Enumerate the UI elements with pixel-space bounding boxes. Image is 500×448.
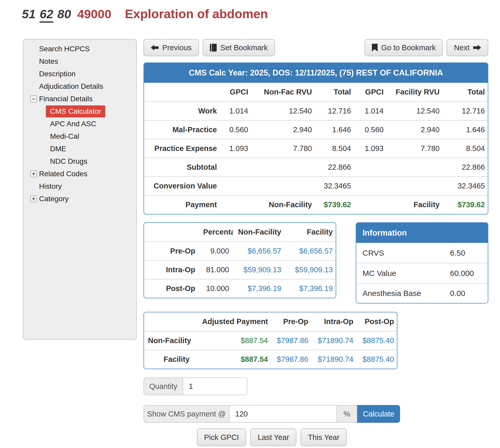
sidebar: Search HCPCS Notes Description Adjudicat… (23, 39, 137, 340)
sidebar-item-notes[interactable]: Notes (23, 55, 136, 68)
sidebar-item-dme[interactable]: DME (23, 143, 136, 155)
sidebar-item-label: APC And ASC (50, 120, 96, 128)
row-label: Conversion Value (144, 176, 221, 195)
sidebar-item-related-codes[interactable]: + Related Codes (23, 168, 136, 180)
previous-button[interactable]: Previous (143, 39, 199, 56)
row-label: Pre-Op (144, 242, 199, 260)
sidebar-item-history[interactable]: History (23, 180, 136, 193)
column-header: Total (316, 83, 355, 102)
info-label: CRVS (356, 249, 450, 257)
intra-op-non-facility-amount[interactable]: $59,909.13 (233, 260, 285, 279)
expand-icon[interactable]: + (30, 195, 37, 202)
sidebar-item-label: DME (50, 145, 66, 153)
set-bookmark-button[interactable]: Set Bookmark (203, 39, 275, 56)
arrow-left-icon (151, 45, 159, 51)
facility-pre-op-amount[interactable]: $7987.86 (272, 350, 312, 369)
sidebar-item-adjudication-details[interactable]: Adjudication Details (23, 80, 136, 93)
cell: 1.646 (443, 120, 488, 139)
table-row-subtotal: Subtotal 22.866 22.866 (144, 158, 488, 176)
facility-payment: $739.62 (443, 195, 488, 214)
sidebar-item-medi-cal[interactable]: Medi-Cal (23, 130, 136, 143)
cell (388, 176, 443, 195)
cell: 8.504 (443, 139, 488, 158)
column-header: Percentage (199, 223, 233, 242)
expand-icon[interactable]: + (30, 171, 37, 177)
sidebar-item-ndc-drugs[interactable]: NDC Drugs (23, 155, 136, 168)
sidebar-item-cms-calculator[interactable]: CMS Calculator (23, 105, 136, 118)
non-facility-post-op-amount[interactable]: $8875.40 (357, 331, 397, 350)
column-header: Intra-Op (312, 312, 357, 331)
non-facility-intra-op-amount[interactable]: $71890.74 (312, 331, 357, 350)
facility-post-op-amount[interactable]: $8875.40 (357, 350, 397, 369)
percent-label: % (337, 405, 357, 423)
modifier-62: 62 (40, 7, 53, 23)
this-year-button[interactable]: This Year (301, 428, 347, 446)
cell: 22.866 (443, 158, 488, 176)
cell: 12.716 (316, 102, 355, 120)
sidebar-item-label: Description (39, 70, 76, 78)
sidebar-item-description[interactable]: Description (23, 68, 136, 80)
adjusted-payment-panel: Adjusted Payment Pre-Op Intra-Op Post-Op… (143, 312, 397, 369)
page-header: 51 62 80 49000 Exploration of abdomen (22, 7, 268, 23)
sidebar-item-category[interactable]: + Category (23, 193, 136, 205)
cell: 12.540 (252, 102, 316, 120)
intra-op-facility-amount[interactable]: $59,909.13 (285, 260, 336, 279)
non-facility-label: Non-Facility (252, 195, 316, 214)
non-facility-pre-op-amount[interactable]: $7987.86 (272, 331, 312, 350)
table-row-payment: Payment Non-Facility $739.62 Facility $7… (144, 195, 488, 214)
pre-op-non-facility-amount[interactable]: $6,656.57 (233, 242, 285, 260)
info-row-crvs: CRVS 6.50 (356, 243, 488, 263)
sidebar-item-label: CMS Calculator (46, 105, 105, 117)
cell (252, 158, 316, 176)
collapse-icon[interactable]: − (30, 96, 37, 102)
next-label: Next (454, 43, 470, 52)
cell: 1.093 (355, 139, 388, 158)
info-value: 60.000 (450, 269, 488, 278)
calculate-button[interactable]: Calculate (357, 405, 400, 423)
table-row-pre-op: Pre-Op 9.000 $6,656.57 $6,656.57 (144, 242, 336, 260)
quantity-input[interactable] (183, 377, 247, 395)
cell: 32.3465 (316, 176, 355, 195)
go-to-bookmark-button[interactable]: Go to Bookmark (365, 39, 443, 56)
info-row-anesthesia-base: Anesthesia Base 0.00 (356, 283, 488, 303)
post-op-facility-amount[interactable]: $7,396.19 (285, 279, 336, 298)
cell: 9.000 (199, 242, 233, 260)
sidebar-item-label: Notes (39, 57, 58, 66)
next-button[interactable]: Next (447, 39, 488, 56)
cell: 2.940 (252, 120, 316, 139)
column-header: Pre-Op (272, 312, 312, 331)
sidebar-item-search-hcpcs[interactable]: Search HCPCS (23, 43, 136, 55)
column-header: GPCI (355, 83, 388, 102)
facility-intra-op-amount[interactable]: $71890.74 (312, 350, 357, 369)
calc-header-row: GPCI Non-Fac RVU Total GPCI Facility RVU… (144, 83, 488, 102)
payment-percent-input[interactable] (229, 405, 337, 423)
information-panel: Information CRVS 6.50 MC Value 60.000 An… (356, 222, 488, 304)
cell (355, 195, 388, 214)
column-header: Non-Facility (233, 223, 285, 242)
info-label: MC Value (356, 269, 450, 278)
table-row-intra-op: Intra-Op 81.000 $59,909.13 $59,909.13 (144, 260, 336, 279)
cell: 1.014 (355, 102, 388, 120)
cell: 12.540 (388, 102, 443, 120)
info-value: 6.50 (450, 249, 488, 257)
op-split-panel: Percentage Non-Facility Facility Pre-Op … (143, 222, 336, 298)
pick-gpci-button[interactable]: Pick GPCI (197, 428, 246, 446)
sidebar-item-financial-details[interactable]: − Financial Details (23, 93, 136, 105)
last-year-button[interactable]: Last Year (250, 428, 296, 446)
non-facility-payment: $739.62 (316, 195, 355, 214)
quantity-group: Quantity (143, 377, 247, 395)
post-op-non-facility-amount[interactable]: $7,396.19 (233, 279, 285, 298)
row-label: Post-Op (144, 279, 199, 298)
cell: 7.780 (388, 139, 443, 158)
pre-op-facility-amount[interactable]: $6,656.57 (285, 242, 336, 260)
sidebar-item-label: Search HCPCS (39, 45, 90, 53)
row-label: Work (144, 102, 221, 120)
cell: 1.093 (221, 139, 252, 158)
cell (221, 176, 252, 195)
information-title: Information (356, 223, 488, 243)
book-icon (210, 44, 217, 52)
column-header: Facility (285, 223, 336, 242)
sidebar-item-apc-and-asc[interactable]: APC And ASC (23, 118, 136, 130)
row-label: Mal-Practice (144, 120, 221, 139)
column-header: Adjusted Payment (193, 312, 272, 331)
